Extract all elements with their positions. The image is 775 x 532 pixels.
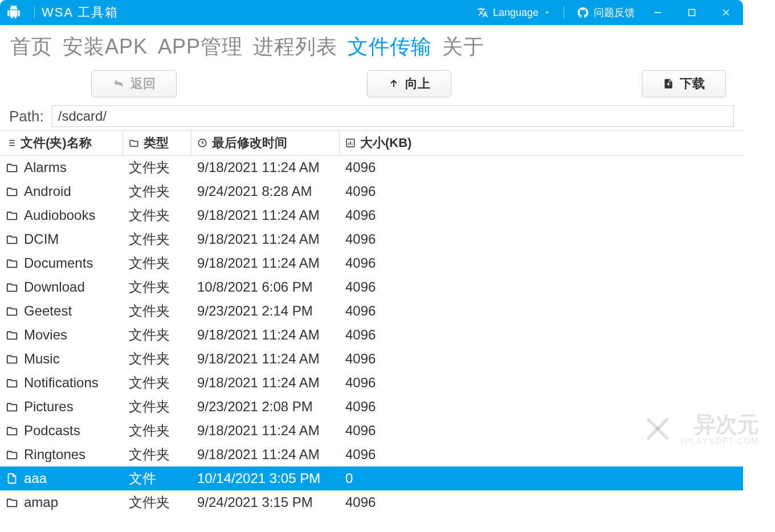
up-button[interactable]: 向上 [367,70,451,97]
list-icon [6,138,16,148]
file-row[interactable]: Music文件夹9/18/2021 11:24 AM4096 [0,347,743,371]
tab-5[interactable]: 关于 [442,33,484,61]
tab-1[interactable]: 安装APK [63,33,148,61]
path-input[interactable] [52,105,734,127]
maximize-button[interactable] [675,0,709,25]
download-button[interactable]: 下载 [642,70,726,97]
file-row[interactable]: amap文件夹9/24/2021 3:15 PM4096 [0,490,743,513]
up-label: 向上 [405,75,430,92]
path-row: Path: [0,105,743,130]
col-header-modified[interactable]: 最后修改时间 [191,131,340,155]
col-header-name[interactable]: 文件(夹)名称 [0,131,123,155]
chevron-down-icon [543,9,551,17]
back-label: 返回 [130,75,156,92]
titlebar-divider-2 [564,6,564,19]
file-row[interactable]: DCIM文件夹9/18/2021 11:24 AM4096 [0,227,743,251]
file-row[interactable]: Android文件夹9/24/2021 8:28 AM4096 [0,179,743,203]
github-icon [577,6,589,19]
android-icon [6,5,22,21]
feedback-link[interactable]: 问题反馈 [571,6,641,19]
tab-3[interactable]: 进程列表 [253,33,337,61]
table-header: 文件(夹)名称 类型 最后修改时间 大小(KB) [0,130,743,155]
file-row[interactable]: Notifications文件夹9/18/2021 11:24 AM4096 [0,371,743,395]
clock-icon [197,138,207,148]
titlebar-divider [34,6,35,19]
nav-tabs: 首页安装APKAPP管理进程列表文件传输关于 [0,25,743,67]
titlebar: WSA 工具箱 Language 问题反馈 [0,0,743,25]
tab-4[interactable]: 文件传输 [348,33,432,61]
file-row[interactable]: Audiobooks文件夹9/18/2021 11:24 AM4096 [0,203,743,227]
file-list[interactable]: Alarms文件夹9/18/2021 11:24 AM4096Android文件… [0,155,743,513]
language-dropdown[interactable]: Language [471,7,557,19]
translate-icon [477,7,488,18]
file-row[interactable]: aaa文件10/14/2021 3:05 PM0 [0,466,743,490]
up-icon [388,78,399,89]
chart-icon [345,138,356,148]
file-row[interactable]: Alarms文件夹9/18/2021 11:24 AM4096 [0,155,743,179]
language-label: Language [493,7,539,19]
file-row[interactable]: Download文件夹10/8/2021 6:06 PM4096 [0,275,743,299]
file-row[interactable]: Pictures文件夹9/23/2021 2:08 PM4096 [0,395,743,419]
svg-rect-1 [689,10,695,16]
file-row[interactable]: Documents文件夹9/18/2021 11:24 AM4096 [0,251,743,275]
folder-icon [129,138,139,148]
download-label: 下载 [680,75,705,92]
tab-2[interactable]: APP管理 [158,33,243,61]
minimize-button[interactable] [641,0,675,25]
col-header-size[interactable]: 大小(KB) [340,131,425,155]
toolbar: 返回 向上 下载 [0,67,743,105]
app-title: WSA 工具箱 [42,4,119,21]
back-icon [112,77,125,90]
download-icon [663,77,674,90]
back-button[interactable]: 返回 [91,70,177,97]
feedback-label: 问题反馈 [594,6,635,19]
file-row[interactable]: Ringtones文件夹9/18/2021 11:24 AM4096 [0,443,743,466]
tab-0[interactable]: 首页 [10,33,52,61]
file-row[interactable]: Movies文件夹9/18/2021 11:24 AM4096 [0,323,743,347]
file-row[interactable]: Geetest文件夹9/23/2021 2:14 PM4096 [0,299,743,323]
close-button[interactable] [709,0,743,25]
path-label: Path: [9,108,44,125]
col-header-type[interactable]: 类型 [123,131,191,155]
file-row[interactable]: Podcasts文件夹9/18/2021 11:24 AM4096 [0,419,743,443]
